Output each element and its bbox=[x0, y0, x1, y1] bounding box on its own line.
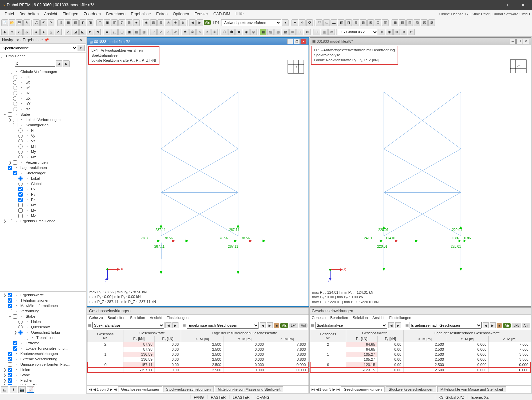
maximize-button[interactable]: ☐ bbox=[502, 0, 515, 10]
print-icon[interactable]: 🖨 bbox=[33, 19, 40, 26]
calc-icon[interactable]: ∑ bbox=[118, 19, 125, 26]
tree-item[interactable]: ❯▫Ergebniswerte bbox=[0, 292, 86, 298]
tool-icon[interactable]: ▭ bbox=[323, 19, 330, 26]
tool-icon[interactable]: ◥ bbox=[94, 29, 101, 35]
table-menu[interactable]: Bearbeiten bbox=[108, 316, 125, 320]
tool-icon[interactable]: ⊠ bbox=[367, 19, 374, 26]
menu-ansicht[interactable]: Ansicht bbox=[41, 11, 60, 17]
tree-item[interactable]: ▫Linien bbox=[0, 319, 86, 324]
tree-item[interactable]: −▫Knotenlager bbox=[0, 170, 86, 176]
table-menu[interactable]: Selektion bbox=[130, 316, 145, 320]
coord-select[interactable]: 1 - Global XYZ bbox=[338, 29, 378, 35]
tree-item[interactable]: ▫uY bbox=[0, 85, 86, 90]
tool-icon[interactable]: ⬗ bbox=[23, 29, 30, 35]
tool-icon[interactable]: ⬣ bbox=[235, 29, 242, 35]
tree-item[interactable]: ▫Pz bbox=[0, 197, 86, 202]
tool-icon[interactable]: ⊟ bbox=[157, 19, 164, 26]
tree-item[interactable]: ▫Global bbox=[0, 181, 86, 186]
tool-icon[interactable]: ◇ bbox=[9, 29, 15, 35]
tool-icon[interactable]: ▲ bbox=[40, 29, 47, 35]
result-table[interactable]: GeschossNr.GeschosskräfteLage der result… bbox=[87, 330, 309, 385]
tab[interactable]: Mittelpunkte von Masse und Steifigkeit bbox=[437, 386, 506, 392]
tool-icon[interactable]: ↗ bbox=[150, 29, 157, 35]
tool-icon[interactable]: ⬖ bbox=[16, 29, 23, 35]
table-select-right[interactable]: Ergebnisse nach Geschossen bbox=[410, 322, 482, 329]
menu-berechnen[interactable]: Berechnen bbox=[103, 11, 128, 17]
table-select-left[interactable]: Spektralanalyse bbox=[315, 322, 387, 329]
next-icon[interactable]: ▶ bbox=[110, 387, 112, 392]
status-raster[interactable]: RASTER bbox=[207, 395, 229, 399]
tool-icon[interactable]: ⊡ bbox=[375, 19, 381, 26]
tool-icon[interactable]: ◫ bbox=[321, 29, 328, 35]
tool-icon[interactable]: ◫ bbox=[111, 19, 118, 26]
nav-left-icon[interactable]: ◀ bbox=[388, 322, 394, 328]
menu-einfugen[interactable]: Einfügen bbox=[60, 11, 81, 17]
tool-icon[interactable]: ⊕ bbox=[393, 29, 400, 35]
tree-item[interactable]: ▫Py bbox=[0, 192, 86, 197]
restore-button[interactable]: ❐ bbox=[294, 39, 300, 44]
new-icon[interactable]: 📄 bbox=[1, 19, 8, 26]
tree-item[interactable]: ▫Vz bbox=[0, 138, 86, 144]
tool-icon[interactable]: △ bbox=[48, 29, 54, 35]
prev-icon[interactable]: ◀ bbox=[93, 387, 96, 392]
menu-fenster[interactable]: Fenster bbox=[192, 11, 211, 17]
nav-tab-icon[interactable]: 👁 bbox=[10, 386, 17, 393]
table-menu[interactable]: Ansicht bbox=[150, 316, 162, 320]
tool-icon[interactable]: ⊿ bbox=[65, 29, 71, 35]
tab[interactable]: Geschosseinwirkungen bbox=[341, 386, 385, 392]
tree-item[interactable]: ❯▫Stäbe bbox=[0, 372, 86, 378]
nav-tab-icon[interactable]: 📈 bbox=[27, 386, 34, 393]
refresh-icon[interactable]: ⟳ bbox=[78, 45, 85, 51]
tool-icon[interactable]: ◉ bbox=[143, 19, 149, 26]
tree-item[interactable]: ▫N bbox=[0, 128, 86, 133]
undo-icon[interactable]: ↶ bbox=[40, 19, 47, 26]
tree-item[interactable]: ❯▫Lokale Verformungen bbox=[0, 117, 86, 122]
tool-icon[interactable]: ✦ bbox=[292, 19, 298, 26]
tool-icon[interactable]: ▢ bbox=[96, 19, 103, 26]
menu-cadbim[interactable]: CAD-BIM bbox=[211, 11, 233, 17]
tool-icon[interactable]: ◈ bbox=[133, 19, 140, 26]
result-tree[interactable]: −▫Globale Verformungen▫|u|▫uX▫uY▫uZ▫φX▫φ… bbox=[0, 68, 86, 291]
menu-optionen[interactable]: Optionen bbox=[170, 11, 192, 17]
tree-item[interactable]: ▫Px bbox=[0, 186, 86, 192]
tree-item[interactable]: ▫Vy bbox=[0, 133, 86, 138]
close-button[interactable]: ✕ bbox=[301, 39, 307, 44]
tool-icon[interactable]: ⊗ bbox=[401, 29, 407, 35]
status-ofang[interactable]: OFANG bbox=[253, 395, 273, 399]
tree-item[interactable]: ▫φZ bbox=[0, 106, 86, 112]
tool-icon[interactable]: ⊗ bbox=[172, 19, 179, 26]
tree-item[interactable]: −▫Schnittgrößen bbox=[0, 122, 86, 128]
prev-icon[interactable]: ◀ bbox=[316, 387, 319, 392]
tool-icon[interactable]: ◈ bbox=[379, 29, 385, 35]
tool-icon[interactable]: ✪ bbox=[306, 19, 313, 26]
menu-zuordnen[interactable]: Zuordnen bbox=[81, 11, 103, 17]
tree-item[interactable]: ▫Querschnitt bbox=[0, 324, 86, 330]
tool-icon[interactable]: ◆ bbox=[1, 29, 8, 35]
menu-bearbeiten[interactable]: Bearbeiten bbox=[17, 11, 41, 17]
table-menu[interactable]: Einstellungen bbox=[389, 316, 411, 320]
tree-item[interactable]: ▫uX bbox=[0, 80, 86, 85]
tree-item[interactable]: −▫Stäbe bbox=[0, 112, 86, 117]
table-select-right[interactable]: Ergebnisse nach Geschossen bbox=[187, 322, 259, 329]
tool-icon[interactable]: ▦ bbox=[392, 19, 398, 26]
status-fang[interactable]: FANG bbox=[190, 395, 207, 399]
dropdown-icon[interactable]: ▾ bbox=[282, 19, 289, 26]
tool-icon[interactable]: ▤ bbox=[133, 29, 140, 35]
nav-right-icon[interactable]: ▶ bbox=[395, 322, 401, 328]
tool-icon[interactable]: ▭ bbox=[328, 29, 335, 35]
tool-icon[interactable]: ⊞ bbox=[353, 19, 359, 26]
menu-datei[interactable]: Datei bbox=[2, 11, 17, 17]
tree-item[interactable]: ▫Mz bbox=[0, 154, 86, 160]
tool-icon[interactable]: ◎ bbox=[165, 19, 171, 26]
minimize-button[interactable]: ─ bbox=[510, 39, 516, 44]
tool-icon[interactable]: ◣ bbox=[79, 29, 86, 35]
tool-icon[interactable]: ◧ bbox=[79, 19, 86, 26]
table-menu[interactable]: Selektion bbox=[353, 316, 368, 320]
restore-button[interactable]: ❐ bbox=[516, 39, 522, 44]
tool-icon[interactable]: ▤ bbox=[399, 19, 406, 26]
tool-icon[interactable]: ✲ bbox=[189, 29, 196, 35]
save-icon[interactable]: 💾 bbox=[16, 19, 23, 26]
tool-icon[interactable]: ▩ bbox=[428, 19, 435, 26]
tree-item[interactable]: ▫Lokal bbox=[0, 176, 86, 181]
tree-item[interactable]: ❯▫Ergebnis Umhüllende bbox=[0, 218, 86, 224]
